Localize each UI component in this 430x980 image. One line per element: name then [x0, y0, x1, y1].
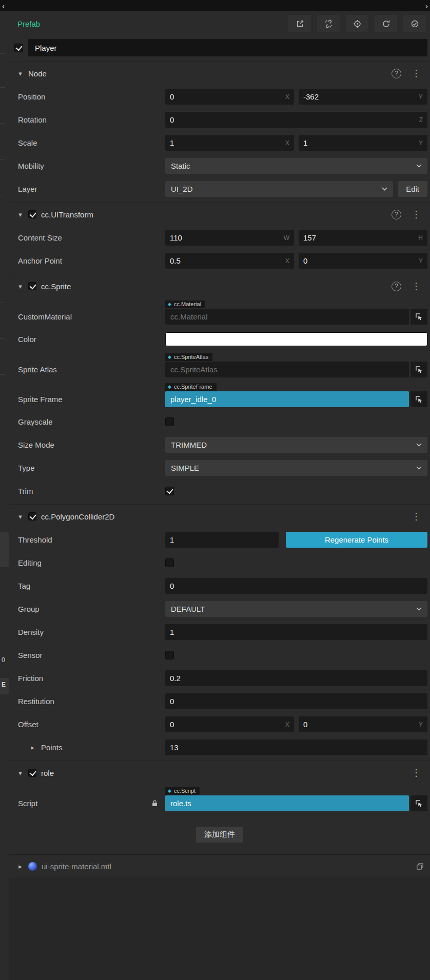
chevron-right-icon[interactable]: ▸: [29, 744, 36, 751]
position-y-input[interactable]: -362Y: [299, 89, 427, 105]
axis-suffix: Y: [416, 139, 423, 147]
tag-input[interactable]: 0: [165, 578, 427, 594]
value: 0: [170, 582, 174, 590]
value: 1: [170, 535, 174, 544]
section-title: role: [41, 769, 54, 777]
axis-suffix: Y: [416, 721, 423, 728]
role-enabled-checkbox[interactable]: [28, 769, 36, 777]
chevron-right-icon[interactable]: ▸: [17, 863, 24, 870]
density-input[interactable]: 1: [165, 624, 427, 640]
scale-y-input[interactable]: 1Y: [299, 135, 427, 151]
editing-checkbox[interactable]: [165, 558, 174, 567]
unlink-icon[interactable]: [317, 15, 340, 32]
chevron-down-icon[interactable]: ▾: [17, 769, 24, 777]
copy-stack-icon[interactable]: [416, 863, 424, 870]
kebab-menu-icon[interactable]: ⋮: [412, 69, 421, 78]
chevron-down-icon[interactable]: ▾: [17, 283, 24, 290]
kebab-menu-icon[interactable]: ⋮: [412, 512, 421, 521]
layer-edit-button[interactable]: Edit: [398, 181, 427, 197]
chevron-down-icon[interactable]: ▾: [17, 70, 24, 77]
node-name-input[interactable]: Player: [28, 39, 427, 56]
section-header-polygon-collider[interactable]: ▾ cc.PolygonCollider2D ⋮: [9, 504, 430, 528]
section-header-uitransform[interactable]: ▾ cc.UITransform ? ⋮: [9, 202, 430, 226]
locate-icon[interactable]: [346, 15, 368, 32]
grayscale-checkbox[interactable]: [165, 417, 174, 426]
prefab-header: Prefab: [9, 11, 430, 36]
check-circle-icon[interactable]: [403, 15, 426, 32]
friction-input[interactable]: 0.2: [165, 670, 427, 686]
offset-x-input[interactable]: 0X: [165, 716, 294, 732]
type-select[interactable]: SIMPLE: [165, 460, 427, 476]
asset-picker-icon[interactable]: [411, 309, 427, 325]
property-label: Content Size: [18, 233, 165, 242]
material-asset-name: ui-sprite-material.mtl: [42, 862, 111, 871]
scale-x-input[interactable]: 1X: [165, 135, 294, 151]
material-asset-row[interactable]: ▸ ui-sprite-material.mtl: [9, 854, 430, 877]
edge-tick: [0, 87, 5, 88]
property-label: Restitution: [18, 697, 165, 706]
custom-material-field[interactable]: cc.Material: [165, 309, 409, 325]
edge-tick: [0, 231, 5, 231]
scroll-right-icon[interactable]: ›: [425, 2, 428, 10]
uitransform-enabled-checkbox[interactable]: [28, 210, 36, 218]
value: 0.2: [170, 674, 181, 683]
refresh-icon[interactable]: [375, 15, 397, 32]
asset-picker-icon[interactable]: [411, 362, 427, 377]
help-icon[interactable]: ?: [392, 210, 401, 219]
edge-tick: [0, 53, 5, 54]
section-header-role[interactable]: ▾ role ⋮: [9, 761, 430, 785]
kebab-menu-icon[interactable]: ⋮: [412, 282, 421, 291]
color-swatch[interactable]: [165, 332, 427, 346]
content-size-h-input[interactable]: 157H: [299, 230, 427, 246]
node-active-checkbox[interactable]: [14, 44, 23, 52]
sprite-enabled-checkbox[interactable]: [28, 282, 36, 290]
axis-suffix: Y: [416, 257, 423, 265]
asset-picker-icon[interactable]: [411, 391, 427, 407]
value: 0: [170, 115, 174, 124]
chevron-down-icon[interactable]: ▾: [17, 513, 24, 521]
layer-select[interactable]: UI_2D: [165, 181, 393, 197]
collider-enabled-checkbox[interactable]: [28, 512, 36, 521]
anchor-x-input[interactable]: 0.5X: [165, 253, 294, 269]
rotation-z-input[interactable]: 0Z: [165, 112, 427, 128]
mobility-select[interactable]: Static: [165, 158, 427, 174]
property-label: Size Mode: [18, 441, 165, 449]
script-field[interactable]: role.ts: [165, 795, 409, 811]
property-row-trim: Trim: [9, 479, 430, 503]
trim-checkbox[interactable]: [165, 487, 174, 495]
add-component-button[interactable]: 添加组件: [196, 827, 243, 843]
anchor-y-input[interactable]: 0Y: [299, 253, 427, 269]
size-mode-select[interactable]: TRIMMED: [165, 437, 427, 453]
asset-type-chip: ◆cc.Material: [165, 301, 205, 308]
offset-y-input[interactable]: 0Y: [299, 716, 427, 732]
property-label: Sprite Frame: [18, 391, 165, 407]
help-icon[interactable]: ?: [392, 282, 401, 291]
sprite-atlas-field[interactable]: cc.SpriteAtlas: [165, 362, 409, 377]
scroll-left-icon[interactable]: ‹: [2, 2, 5, 10]
restitution-input[interactable]: 0: [165, 693, 427, 709]
sprite-frame-field[interactable]: player_idle_0: [165, 391, 409, 407]
property-row-layer: Layer UI_2D Edit: [9, 177, 430, 201]
section-header-node[interactable]: ▾ Node ? ⋮: [9, 61, 430, 85]
edge-highlight: [0, 532, 9, 567]
position-x-input[interactable]: 0X: [165, 89, 294, 105]
asset-picker-icon[interactable]: [411, 795, 427, 811]
kebab-menu-icon[interactable]: ⋮: [412, 210, 421, 219]
threshold-input[interactable]: 1: [165, 532, 279, 548]
regenerate-points-button[interactable]: Regenerate Points: [286, 532, 427, 548]
add-component-area: 添加组件: [9, 814, 430, 854]
kebab-menu-icon[interactable]: ⋮: [412, 768, 421, 777]
points-count-input[interactable]: 13: [165, 739, 427, 755]
edge-tick: [0, 159, 5, 159]
asset-type-label: cc.SpriteAtlas: [174, 354, 208, 360]
sensor-checkbox[interactable]: [165, 651, 174, 659]
chevron-down-icon[interactable]: ▾: [17, 211, 24, 218]
material-sphere-icon: [28, 862, 37, 871]
section-header-sprite[interactable]: ▾ cc.Sprite ? ⋮: [9, 274, 430, 298]
content-size-w-input[interactable]: 110W: [165, 230, 294, 246]
open-external-icon[interactable]: [288, 15, 311, 32]
selected-value: SIMPLE: [171, 464, 199, 472]
group-select[interactable]: DEFAULT: [165, 601, 427, 617]
points-expander[interactable]: ▸ Points: [18, 743, 165, 752]
help-icon[interactable]: ?: [392, 69, 401, 78]
